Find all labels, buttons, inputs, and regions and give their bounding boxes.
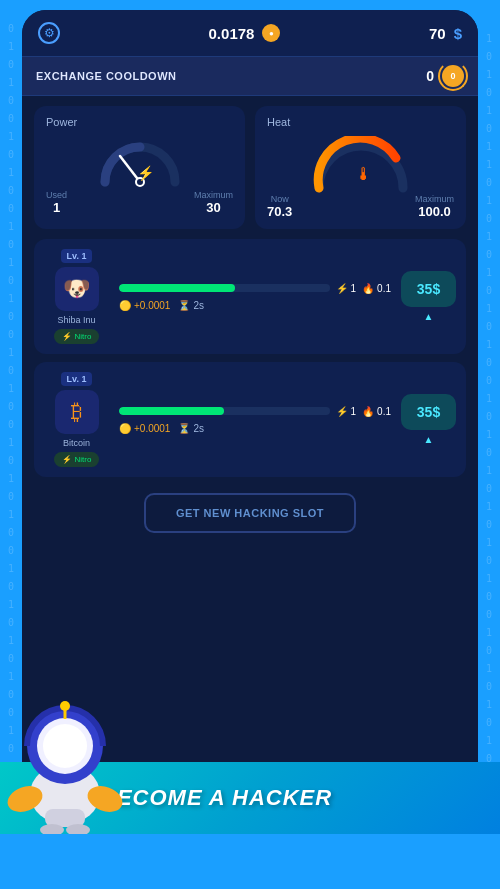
shiba-nitro-btn[interactable]: ⚡ Nitro bbox=[54, 329, 100, 344]
shiba-progress-row: ⚡ 1 🔥 0.1 bbox=[119, 283, 391, 294]
power-used-stat: Used 1 bbox=[46, 190, 67, 215]
shiba-time-value: 2s bbox=[193, 300, 204, 311]
hourglass-icon: ⏳ bbox=[178, 300, 190, 311]
shiba-power-value: 1 bbox=[351, 283, 357, 294]
bitcoin-nitro-btn[interactable]: ⚡ Nitro bbox=[54, 452, 100, 467]
bitcoin-power-value: 1 bbox=[351, 406, 357, 417]
stats-section: Power ⚡ Used 1 bbox=[22, 96, 478, 239]
top-bar-right: 70 $ bbox=[429, 25, 462, 42]
power-stats: Used 1 Maximum 30 bbox=[46, 190, 233, 215]
bitcoin-upgrade-btn[interactable]: 35$ bbox=[401, 394, 456, 430]
hourglass-icon-btc: ⏳ bbox=[178, 423, 190, 434]
heat-gauge: 🌡 Now 70.3 Maximum 100.0 bbox=[267, 136, 454, 219]
heat-stats: Now 70.3 Maximum 100.0 bbox=[267, 194, 454, 219]
coin-icon-small-btc: 🟡 bbox=[119, 423, 131, 434]
svg-text:⚡: ⚡ bbox=[137, 165, 155, 182]
bitcoin-upgrade-arrow: ▲ bbox=[424, 434, 434, 445]
exchange-count: 0 bbox=[426, 68, 434, 84]
heat-title: Heat bbox=[267, 116, 454, 128]
shiba-card-right: 35$ ▲ bbox=[401, 271, 456, 322]
new-slot-section: GET NEW HACKING SLOT bbox=[22, 477, 478, 549]
heat-now-label: Now bbox=[267, 194, 292, 204]
bitcoin-card: Lv. 1 ₿ Bitcoin ⚡ Nitro ⚡ 1 bbox=[34, 362, 466, 477]
power-max-value: 30 bbox=[194, 200, 233, 215]
power-used-value: 1 bbox=[46, 200, 67, 215]
shiba-progress-bg bbox=[119, 284, 330, 292]
top-bar-center: 0.0178 ● bbox=[209, 24, 281, 42]
top-bar-left: ⚙ bbox=[38, 22, 60, 44]
heat-card: Heat 🌡 bbox=[255, 106, 466, 229]
bitcoin-icon: ₿ bbox=[55, 390, 99, 434]
points-value: 70 bbox=[429, 25, 446, 42]
exchange-right: 0 0 bbox=[426, 65, 464, 87]
power-used-label: Used bbox=[46, 190, 67, 200]
svg-point-13 bbox=[60, 701, 70, 711]
shiba-coin-amount: 🟡 +0.0001 bbox=[119, 300, 170, 311]
shiba-coin-value: +0.0001 bbox=[134, 300, 170, 311]
power-arc-svg: ⚡ bbox=[95, 136, 185, 188]
bitcoin-progress-fill bbox=[119, 407, 224, 415]
bitcoin-coin-row: 🟡 +0.0001 ⏳ 2s bbox=[119, 423, 391, 434]
shiba-heat-value: 0.1 bbox=[377, 283, 391, 294]
hacker-cards: Lv. 1 🐶 Shiba Inu ⚡ Nitro ⚡ 1 bbox=[22, 239, 478, 477]
bitcoin-heat-stat: 🔥 0.1 bbox=[362, 406, 391, 417]
flame-icon-btc: 🔥 bbox=[362, 406, 374, 417]
new-slot-btn[interactable]: GET NEW HACKING SLOT bbox=[144, 493, 356, 533]
shiba-progress-fill bbox=[119, 284, 235, 292]
bitcoin-power-stat: ⚡ 1 bbox=[336, 406, 357, 417]
shiba-nitro-label: Nitro bbox=[75, 332, 92, 341]
heat-now-value: 70.3 bbox=[267, 204, 292, 219]
bitcoin-time-amount: ⏳ 2s bbox=[178, 423, 204, 434]
coin-icon: ● bbox=[262, 24, 280, 42]
exchange-bar: EXCHANGE COOLDOWN 0 0 bbox=[22, 56, 478, 96]
bitcoin-coin-value: +0.0001 bbox=[134, 423, 170, 434]
shiba-icon: 🐶 bbox=[55, 267, 99, 311]
heat-arc-svg: 🌡 bbox=[311, 136, 411, 194]
svg-point-11 bbox=[49, 730, 81, 762]
bitcoin-heat-value: 0.1 bbox=[377, 406, 391, 417]
shiba-coin-row: 🟡 +0.0001 ⏳ 2s bbox=[119, 300, 391, 311]
heat-now-stat: Now 70.3 bbox=[267, 194, 292, 219]
shiba-upgrade-arrow: ▲ bbox=[424, 311, 434, 322]
heat-max-value: 100.0 bbox=[415, 204, 454, 219]
power-title: Power bbox=[46, 116, 233, 128]
power-gauge: ⚡ Used 1 Maximum 30 bbox=[46, 136, 233, 215]
crypto-value: 0.0178 bbox=[209, 25, 255, 42]
bitcoin-card-middle: ⚡ 1 🔥 0.1 🟡 +0.0001 ⏳ 2s bbox=[119, 406, 391, 434]
heat-max-stat: Maximum 100.0 bbox=[415, 194, 454, 219]
robot-character bbox=[0, 694, 130, 834]
bitcoin-coin-amount: 🟡 +0.0001 bbox=[119, 423, 170, 434]
bitcoin-card-right: 35$ ▲ bbox=[401, 394, 456, 445]
power-max-stat: Maximum 30 bbox=[194, 190, 233, 215]
nitro-icon: ⚡ bbox=[62, 332, 72, 341]
shiba-level: Lv. 1 bbox=[61, 249, 93, 263]
shiba-card: Lv. 1 🐶 Shiba Inu ⚡ Nitro ⚡ 1 bbox=[34, 239, 466, 354]
heat-max-label: Maximum bbox=[415, 194, 454, 204]
bitcoin-progress-row: ⚡ 1 🔥 0.1 bbox=[119, 406, 391, 417]
bitcoin-level: Lv. 1 bbox=[61, 372, 93, 386]
nitro-icon-btc: ⚡ bbox=[62, 455, 72, 464]
settings-icon[interactable]: ⚙ bbox=[38, 22, 60, 44]
top-bar: ⚙ 0.0178 ● 70 $ bbox=[22, 10, 478, 56]
bitcoin-card-left: Lv. 1 ₿ Bitcoin ⚡ Nitro bbox=[44, 372, 109, 467]
shiba-card-left: Lv. 1 🐶 Shiba Inu ⚡ Nitro bbox=[44, 249, 109, 344]
shiba-heat-stat: 🔥 0.1 bbox=[362, 283, 391, 294]
power-card: Power ⚡ Used 1 bbox=[34, 106, 245, 229]
bitcoin-nitro-label: Nitro bbox=[75, 455, 92, 464]
svg-text:🌡: 🌡 bbox=[355, 164, 373, 184]
banner-text: BECOME A HACKER bbox=[100, 785, 332, 811]
robot-svg bbox=[0, 694, 130, 834]
shiba-power-stat: ⚡ 1 bbox=[336, 283, 357, 294]
shiba-card-middle: ⚡ 1 🔥 0.1 🟡 +0.0001 ⏳ 2s bbox=[119, 283, 391, 311]
bitcoin-progress-bg bbox=[119, 407, 330, 415]
bitcoin-name: Bitcoin bbox=[63, 438, 90, 448]
exchange-label: EXCHANGE COOLDOWN bbox=[36, 70, 177, 82]
lightning-icon-btc: ⚡ bbox=[336, 406, 348, 417]
bitcoin-time-value: 2s bbox=[193, 423, 204, 434]
lightning-icon: ⚡ bbox=[336, 283, 348, 294]
shiba-time-amount: ⏳ 2s bbox=[178, 300, 204, 311]
shiba-name: Shiba Inu bbox=[57, 315, 95, 325]
coin-icon-small: 🟡 bbox=[119, 300, 131, 311]
power-max-label: Maximum bbox=[194, 190, 233, 200]
shiba-upgrade-btn[interactable]: 35$ bbox=[401, 271, 456, 307]
